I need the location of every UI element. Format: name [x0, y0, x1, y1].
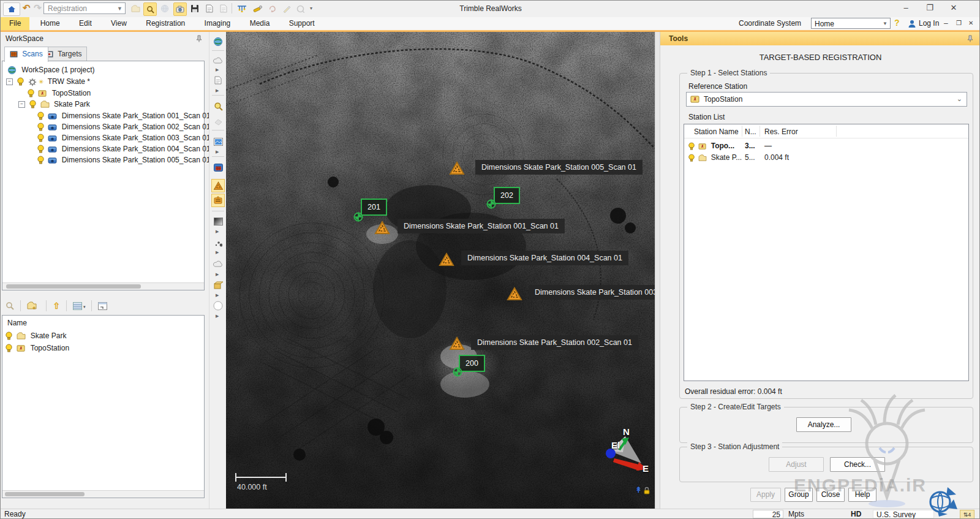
- expand-icon[interactable]: ▶: [216, 67, 219, 72]
- lock-icon[interactable]: [643, 487, 650, 494]
- up-level-button[interactable]: ⇧: [53, 301, 60, 311]
- properties-button[interactable]: [98, 301, 107, 310]
- expand-icon[interactable]: ▶: [216, 250, 219, 255]
- browser-header[interactable]: Name: [7, 317, 27, 328]
- column-res-error[interactable]: Res. Error: [764, 126, 798, 138]
- bulb-icon[interactable]: [27, 89, 35, 98]
- bulb-icon[interactable]: [688, 142, 695, 151]
- menu-support[interactable]: Support: [281, 17, 323, 30]
- menu-imaging[interactable]: Imaging: [196, 17, 239, 30]
- panel-splitter[interactable]: [655, 32, 660, 509]
- coordinate-system-combo[interactable]: Home ▼: [811, 18, 891, 29]
- sampling-icon[interactable]: [211, 161, 225, 174]
- tree-item-project[interactable]: − ✳ TRW Skate *: [6, 76, 90, 87]
- scale-lock-icon[interactable]: ⇅4: [960, 510, 974, 519]
- station-row-topostation[interactable]: Topo... 3... —: [688, 140, 734, 152]
- bulb-icon[interactable]: [17, 77, 24, 86]
- cloud-display-icon[interactable]: [211, 257, 225, 271]
- new-folder-button[interactable]: +: [27, 301, 40, 311]
- target-analyzer-tool-icon[interactable]: [211, 194, 225, 207]
- close-button[interactable]: Close: [816, 488, 845, 502]
- station-list[interactable]: Station Name N... Res. Error Topo... 3..…: [684, 124, 969, 381]
- tree-item-scan-003[interactable]: Dimensions Skate Park_Station 003_Scan 0…: [37, 132, 211, 143]
- bulb-icon[interactable]: [37, 123, 45, 132]
- tree-item-scan-004[interactable]: Dimensions Skate Park_Station 004_Scan 0…: [37, 143, 211, 154]
- expand-icon[interactable]: ▶: [216, 272, 219, 277]
- station-marker-tool-icon[interactable]: [211, 179, 225, 192]
- grayscale-rendering-icon[interactable]: [211, 214, 225, 228]
- pin-icon[interactable]: [967, 35, 974, 42]
- bulb-icon[interactable]: [29, 100, 37, 109]
- ortho-view-icon[interactable]: [211, 278, 225, 292]
- station-marker-icon[interactable]: [449, 336, 465, 351]
- user-icon[interactable]: [908, 20, 916, 28]
- station-marker-icon[interactable]: [439, 252, 454, 267]
- window-maximize-button[interactable]: ❐: [921, 2, 939, 15]
- target-marker-icon[interactable]: [486, 199, 497, 210]
- panel-close-button[interactable]: ✕: [968, 17, 973, 29]
- zoom-tool-icon[interactable]: [211, 99, 225, 113]
- panel-minimize-button[interactable]: –: [944, 17, 948, 29]
- bulb-icon[interactable]: [37, 156, 45, 165]
- bulb-icon[interactable]: [688, 154, 695, 162]
- station-label-001[interactable]: Dimensions Skate Park_Station 001_Scan 0…: [398, 219, 565, 233]
- list-item-skate-park[interactable]: Skate Park: [5, 330, 66, 341]
- tree-item-workspace-root[interactable]: WorkSpace (1 project): [7, 64, 95, 75]
- tree-item-scan-005[interactable]: Dimensions Skate Park_Station 005_Scan 0…: [37, 154, 211, 165]
- point-size-icon[interactable]: [211, 237, 225, 250]
- expand-icon[interactable]: ▶: [216, 150, 219, 154]
- analyze-button[interactable]: Analyze...: [796, 417, 851, 432]
- collapse-icon[interactable]: −: [18, 101, 25, 108]
- station-label-005[interactable]: Dimensions Skate Park_Station 005_Scan 0…: [475, 160, 643, 175]
- station-marker-icon[interactable]: [374, 221, 390, 235]
- menu-view[interactable]: View: [102, 17, 135, 30]
- points-count-field[interactable]: 25: [753, 510, 783, 518]
- lighting-icon[interactable]: [211, 299, 225, 313]
- station-label-003[interactable]: Dimensions Skate Park_Station 003_Scan 0…: [529, 285, 655, 300]
- bulb-icon[interactable]: [37, 145, 45, 154]
- station-label-002[interactable]: Dimensions Skate Park_Station 002_Scan 0…: [471, 335, 638, 350]
- station-row-skate-park[interactable]: Skate P... 5... 0.004 ft: [688, 152, 742, 164]
- login-button[interactable]: Log In: [919, 17, 939, 30]
- point-cloud-icon[interactable]: [211, 54, 225, 67]
- menu-home[interactable]: Home: [32, 17, 69, 30]
- 3d-viewport[interactable]: Dimensions Skate Park_Station 005_Scan 0…: [226, 32, 655, 509]
- pin-icon[interactable]: [195, 35, 203, 42]
- menu-registration[interactable]: Registration: [137, 17, 194, 30]
- bulb-icon[interactable]: [5, 331, 13, 341]
- window-minimize-button[interactable]: –: [897, 2, 915, 15]
- expand-icon[interactable]: ▶: [216, 229, 219, 234]
- station-label-004[interactable]: Dimensions Skate Park_Station 004_Scan 0…: [461, 251, 628, 265]
- target-label-201[interactable]: 201: [361, 199, 387, 216]
- column-station-name[interactable]: Station Name: [694, 126, 739, 138]
- bulb-icon[interactable]: [37, 134, 45, 143]
- tab-scans[interactable]: Scans: [4, 47, 48, 62]
- bulb-icon[interactable]: [37, 112, 45, 121]
- tree-item-scan-002[interactable]: Dimensions Skate Park_Station 002_Scan 0…: [37, 121, 211, 132]
- target-marker-icon[interactable]: [452, 366, 463, 377]
- panel-restore-button[interactable]: ❐: [956, 17, 962, 29]
- expand-icon[interactable]: ▶: [216, 314, 219, 319]
- view-mode-icon[interactable]: [211, 35, 225, 48]
- view-up-arrow-icon[interactable]: ↟: [635, 485, 642, 494]
- browser-horizontal-scrollbar[interactable]: [2, 490, 204, 498]
- expand-icon[interactable]: ▶: [216, 88, 219, 93]
- target-label-202[interactable]: 202: [494, 187, 520, 204]
- image-view-icon[interactable]: [211, 135, 225, 148]
- station-marker-icon[interactable]: [507, 287, 522, 301]
- scrollbar-thumb[interactable]: [6, 284, 141, 289]
- window-close-button[interactable]: ✕: [944, 2, 963, 15]
- tree-item-skate-park[interactable]: − Skate Park: [18, 99, 90, 110]
- station-marker-icon[interactable]: [449, 161, 465, 176]
- group-button[interactable]: Group: [785, 488, 813, 502]
- menu-media[interactable]: Media: [241, 17, 279, 30]
- tree-horizontal-scrollbar[interactable]: [2, 282, 204, 290]
- tree-item-scan-001[interactable]: Dimensions Skate Park_Station 001_Scan 0…: [37, 110, 211, 121]
- view-mode-button[interactable]: ▾: [73, 301, 85, 310]
- bulb-icon[interactable]: [5, 344, 13, 353]
- tree-item-topostation[interactable]: TopoStation: [27, 88, 91, 99]
- reference-station-combo[interactable]: TopoStation ⌄: [686, 92, 967, 107]
- column-n[interactable]: N...: [745, 126, 756, 138]
- list-page-icon[interactable]: [211, 74, 225, 87]
- help-question-icon[interactable]: ?: [894, 18, 900, 28]
